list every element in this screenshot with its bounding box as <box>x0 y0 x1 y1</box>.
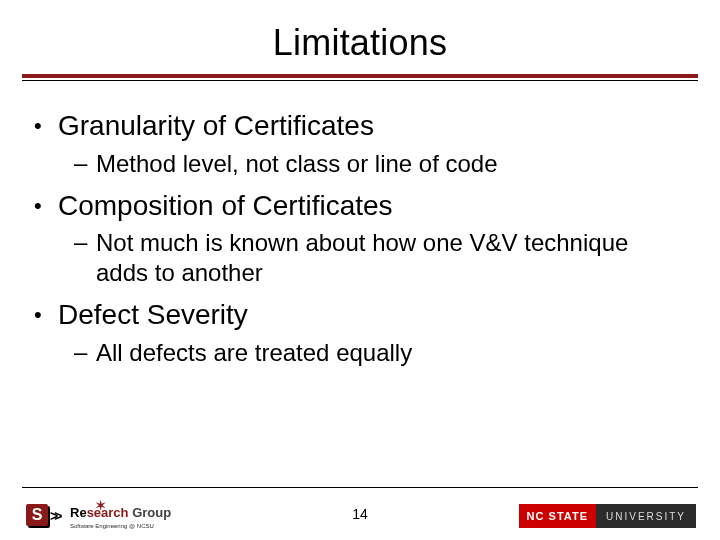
bullet-icon: • <box>34 109 58 143</box>
footer-rule <box>22 487 698 488</box>
bullet-icon: • <box>34 189 58 223</box>
nc-state-red: NC STATE <box>519 504 596 528</box>
subbullet-2-1: – Not much is known about how one V&V te… <box>74 228 686 288</box>
logo-text-re: Re <box>70 505 87 520</box>
subbullet-1-1: – Method level, not class or line of cod… <box>74 149 686 179</box>
slide: Limitations • Granularity of Certificate… <box>0 0 720 540</box>
bullet-1: • Granularity of Certificates <box>34 109 686 143</box>
logo-text: Research Group <box>70 505 171 520</box>
research-group-logo: S >> ✶ Research Group Software Engineeri… <box>26 496 196 530</box>
logo-text-search: search <box>87 505 129 520</box>
subbullet-1-1-text: Method level, not class or line of code <box>96 149 686 179</box>
subbullet-2-1-text: Not much is known about how one V&V tech… <box>96 228 686 288</box>
nc-state-logo: NC STATE UNIVERSITY <box>519 504 696 528</box>
slide-title: Limitations <box>0 0 720 74</box>
footer: 14 S >> ✶ Research Group Software Engine… <box>0 490 720 540</box>
bullet-icon: • <box>34 298 58 332</box>
title-rule <box>22 74 698 81</box>
logo-subtext: Software Engineering @ NCSU <box>70 523 154 529</box>
bullet-2-text: Composition of Certificates <box>58 189 686 223</box>
logo-chevrons-icon: >> <box>50 508 58 524</box>
subbullet-3-1: – All defects are treated equally <box>74 338 686 368</box>
bullet-3: • Defect Severity <box>34 298 686 332</box>
logo-s-badge: S <box>26 504 48 526</box>
bullet-3-text: Defect Severity <box>58 298 686 332</box>
bullet-1-text: Granularity of Certificates <box>58 109 686 143</box>
bullet-2: • Composition of Certificates <box>34 189 686 223</box>
subbullet-3-1-text: All defects are treated equally <box>96 338 686 368</box>
content-area: • Granularity of Certificates – Method l… <box>0 81 720 368</box>
nc-state-dark: UNIVERSITY <box>596 504 696 528</box>
dash-icon: – <box>74 228 96 288</box>
dash-icon: – <box>74 338 96 368</box>
logo-text-group: Group <box>129 505 172 520</box>
dash-icon: – <box>74 149 96 179</box>
